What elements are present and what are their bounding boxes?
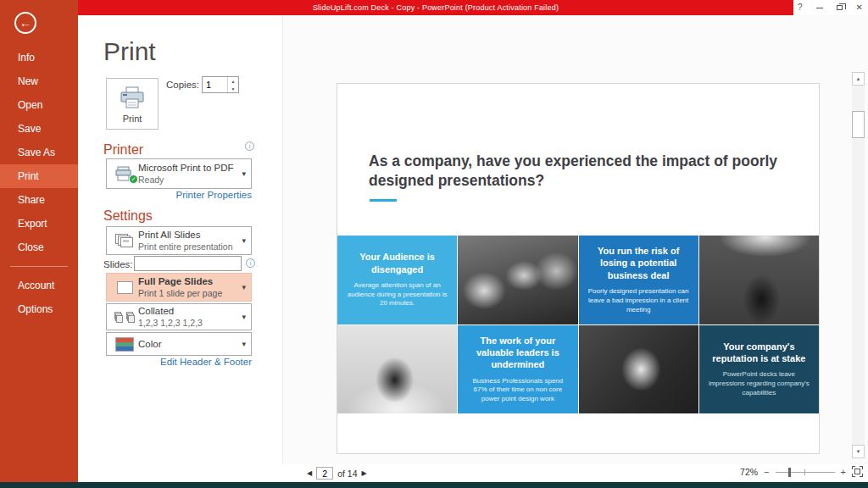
slides-range-input[interactable]: [134, 256, 242, 271]
print-layout-dropdown[interactable]: Full Page Slides Print 1 slide per page …: [106, 273, 252, 302]
page-count-label: of 14: [337, 469, 357, 479]
slide-accent-line: [370, 199, 397, 202]
minimize-icon[interactable]: [816, 0, 823, 15]
sidebar-item-options[interactable]: Options: [0, 297, 78, 321]
printer-info-icon[interactable]: i: [245, 141, 254, 151]
print-range-title: Print All Slides: [138, 230, 237, 240]
back-button[interactable]: ←: [14, 12, 36, 34]
slides-info-icon[interactable]: i: [246, 258, 255, 268]
bottom-edge-strip: [0, 482, 868, 488]
scrollbar-thumb[interactable]: [852, 111, 865, 138]
sidebar-item-save-as[interactable]: Save As: [0, 141, 78, 164]
copies-spin-buttons: ▲ ▼: [227, 77, 238, 92]
print-layout-title: Full Page Slides: [138, 276, 237, 286]
sidebar-item-account[interactable]: Account: [0, 274, 78, 297]
sidebar-item-new[interactable]: New: [0, 69, 78, 93]
card-title: You run the risk of losing a potential b…: [587, 245, 690, 281]
print-range-dropdown[interactable]: Print All Slides Print entire presentati…: [106, 226, 252, 255]
print-layout-texts: Full Page Slides Print 1 slide per page: [136, 276, 237, 298]
sidebar-item-info[interactable]: Info: [0, 46, 78, 69]
sidebar-item-save[interactable]: Save: [0, 117, 78, 141]
print-all-slides-icon: [114, 234, 136, 248]
sidebar-item-print[interactable]: Print: [0, 164, 78, 188]
chevron-down-icon: ▾: [237, 340, 246, 348]
printer-heading: Printer: [103, 142, 143, 158]
printer-properties-link[interactable]: Printer Properties: [106, 190, 252, 200]
spin-down-icon[interactable]: ▼: [228, 85, 238, 92]
print-range-texts: Print All Slides Print entire presentati…: [136, 230, 237, 252]
spin-up-icon[interactable]: ▲: [228, 77, 238, 85]
zoom-in-icon[interactable]: +: [841, 467, 846, 477]
print-layout-subtitle: Print 1 slide per page: [138, 288, 237, 298]
color-mode-dropdown[interactable]: Color ▾: [106, 332, 252, 356]
zoom-slider-tick: [804, 469, 805, 475]
printer-dropdown[interactable]: ✓ Microsoft Print to PDF Ready ▾: [106, 158, 252, 189]
chevron-down-icon: ▾: [237, 283, 246, 291]
printer-dropdown-texts: Microsoft Print to PDF Ready: [136, 163, 237, 185]
slides-label: Slides:: [103, 259, 133, 269]
window-title: SlideUpLift.com Deck - Copy - PowerPoint…: [313, 3, 559, 12]
collation-title: Collated: [138, 306, 237, 316]
printer-icon: [119, 86, 146, 109]
restore-icon[interactable]: [837, 0, 843, 15]
page-navigation: ◀ of 14 ▶: [307, 467, 367, 480]
printer-ready-check-icon: ✓: [129, 175, 138, 184]
card-body: Average attention span of an audience du…: [346, 281, 448, 308]
sidebar-item-open[interactable]: Open: [0, 93, 78, 117]
sidebar-item-export[interactable]: Export: [0, 212, 78, 236]
card-body: PowerPoint decks leave impressions regar…: [708, 370, 810, 397]
copies-spinner: ▲ ▼: [202, 76, 239, 93]
window-controls: ? ✕: [798, 0, 863, 15]
chevron-down-icon: ▾: [237, 169, 246, 178]
settings-heading: Settings: [103, 208, 153, 224]
printer-device-icon: ✓: [114, 166, 136, 181]
edit-header-footer-link[interactable]: Edit Header & Footer: [106, 357, 252, 367]
print-range-subtitle: Print entire presentation: [138, 241, 237, 252]
back-arrow-icon: ←: [19, 16, 31, 30]
slide-title: As a company, have you experienced the i…: [369, 152, 793, 191]
page-title: Print: [103, 37, 156, 66]
collated-icon: [114, 312, 136, 323]
chevron-down-icon: ▾: [237, 236, 246, 245]
copies-input[interactable]: [203, 77, 227, 92]
photo-man-plugging-ears: [337, 325, 457, 414]
preview-divider: [282, 15, 283, 464]
previous-page-icon[interactable]: ◀: [307, 469, 312, 477]
next-page-icon[interactable]: ▶: [362, 469, 367, 477]
close-icon[interactable]: ✕: [856, 0, 863, 15]
powerpoint-backstage-print: SlideUpLift.com Deck - Copy - PowerPoint…: [0, 0, 868, 488]
slide-card-leaders: The work of your valuable leaders is und…: [458, 325, 577, 414]
scroll-up-icon[interactable]: ▲: [852, 72, 865, 86]
chevron-down-icon: ▾: [237, 313, 246, 321]
sidebar-item-share[interactable]: Share: [0, 188, 78, 212]
preview-statusbar: ◀ of 14 ▶ 72% − +: [283, 464, 868, 482]
backstage-sidebar: ← Info New Open Save Save As Print Share…: [0, 0, 78, 482]
card-body: Business Professionals spend 67% of thei…: [466, 377, 569, 404]
photo-thumbs-down: [579, 325, 698, 414]
slide-card-business-deal: You run the risk of losing a potential b…: [579, 236, 698, 324]
slide-preview: As a company, have you experienced the i…: [337, 83, 820, 454]
fit-to-window-icon[interactable]: [852, 466, 863, 477]
card-title: Your Audience is disengaged: [346, 251, 448, 275]
slide-card-reputation: Your company's reputation is at stake Po…: [699, 325, 819, 414]
titlebar: SlideUpLift.com Deck - Copy - PowerPoint…: [78, 0, 793, 15]
color-mode-title: Color: [138, 339, 237, 349]
restore-glyph: [837, 5, 843, 10]
print-button[interactable]: Print: [106, 78, 159, 130]
minimize-glyph: [816, 8, 823, 8]
zoom-out-icon[interactable]: −: [764, 467, 769, 477]
help-icon[interactable]: ?: [798, 0, 803, 15]
printer-status: Ready: [138, 175, 237, 185]
zoom-slider-thumb[interactable]: [788, 468, 791, 477]
preview-scrollbar[interactable]: ▲ ▼: [852, 72, 865, 458]
printer-name: Microsoft Print to PDF: [138, 163, 237, 173]
card-title: Your company's reputation is at stake: [708, 341, 810, 365]
photo-man-despair-chalkboard: [699, 236, 819, 324]
color-mode-texts: Color: [136, 339, 237, 349]
zoom-slider[interactable]: [776, 467, 835, 477]
collation-dropdown[interactable]: Collated 1,2,3 1,2,3 1,2,3 ▾: [106, 303, 252, 330]
photo-bored-audience: [458, 236, 577, 324]
current-page-input[interactable]: [316, 467, 333, 480]
scroll-down-icon[interactable]: ▼: [852, 445, 865, 458]
sidebar-item-close[interactable]: Close: [0, 236, 78, 259]
